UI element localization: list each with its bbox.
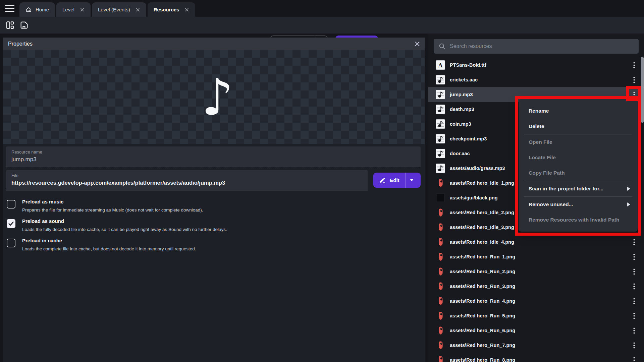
resource-name: assets/audio/grass.mp3 <box>450 166 505 171</box>
close-icon[interactable] <box>184 7 189 12</box>
row-menu-dots-icon[interactable] <box>629 296 639 306</box>
menu-item-label: Locate File <box>529 155 556 161</box>
row-menu-dots-icon[interactable] <box>629 90 639 99</box>
row-menu-dots-icon[interactable] <box>629 341 639 350</box>
resource-name: assets\Red hero_Run_3.png <box>450 284 515 289</box>
menu-item-rename[interactable]: Rename <box>519 103 638 119</box>
menu-item-label: Delete <box>529 123 544 129</box>
resource-preview-area: ♪ <box>3 50 425 144</box>
tab-level[interactable]: Level <box>56 2 91 17</box>
save-icon[interactable] <box>19 20 29 30</box>
menu-item-open-file: Open File <box>519 134 638 150</box>
row-menu-dots-icon[interactable] <box>629 282 639 291</box>
audio-file-icon <box>436 149 445 158</box>
resource-row[interactable]: crickets.aac <box>428 72 644 87</box>
red-hero-icon <box>436 355 445 362</box>
properties-title: Properties <box>8 41 33 47</box>
file-label: File <box>11 173 362 178</box>
menu-item-label: Rename <box>529 108 549 114</box>
tab-level-events-[interactable]: Level (Events) <box>92 2 146 17</box>
preload-option: Preload as soundLoads the fully decoded … <box>7 218 376 232</box>
search-input[interactable] <box>450 43 634 49</box>
red-hero-icon <box>436 296 445 306</box>
resource-name: jump.mp3 <box>450 92 473 97</box>
row-menu-dots-icon[interactable] <box>629 252 639 261</box>
row-menu-dots-icon[interactable] <box>629 237 639 247</box>
resource-name: assets\Red hero_Run_6.png <box>450 328 515 333</box>
tab-label: Level <box>62 7 74 12</box>
red-hero-icon <box>436 267 445 276</box>
checkbox-label: Preload as sound <box>22 218 227 225</box>
preload-option: Preload in cacheLoads the complete file … <box>7 237 376 252</box>
resource-name-label: Resource name <box>11 149 415 155</box>
red-hero-icon <box>436 326 445 335</box>
row-menu-dots-icon[interactable] <box>629 75 639 84</box>
home-icon <box>25 6 32 13</box>
checkbox-unchecked[interactable] <box>7 200 15 208</box>
resource-row[interactable]: assets\Red hero_Run_7.png <box>428 338 644 353</box>
resource-row[interactable]: assets\Red hero_Run_3.png <box>428 279 644 294</box>
resource-row[interactable]: assets\Red hero_Run_6.png <box>428 323 644 338</box>
audio-file-icon <box>436 134 445 143</box>
edit-button-label: Edit <box>390 177 399 183</box>
row-menu-dots-icon[interactable] <box>629 355 639 362</box>
menu-item-scan-in-the-project-folder-for[interactable]: Scan in the project folder for... <box>519 181 638 196</box>
resource-name: assets\Red hero_Run_1.png <box>450 254 515 259</box>
close-icon[interactable] <box>136 7 140 12</box>
checkbox-label: Preload in cache <box>22 237 196 244</box>
resource-row[interactable]: assets\Red hero_Run_8.png <box>428 353 644 362</box>
scrollbar-thumb[interactable] <box>641 57 644 123</box>
close-icon[interactable] <box>80 7 85 12</box>
red-hero-icon <box>436 341 445 350</box>
svg-text:A: A <box>438 62 443 69</box>
resource-row[interactable]: assets\Red hero_Run_5.png <box>428 308 644 323</box>
resource-name: PTSans-Bold.ttf <box>450 62 486 68</box>
resource-name: assets\Red hero_Run_7.png <box>450 343 515 348</box>
resource-name: assets\Red hero_Idle_4.png <box>450 239 514 245</box>
resource-row[interactable]: assets\Red hero_Run_4.png <box>428 294 644 308</box>
resource-name: checkpoint.mp3 <box>450 136 487 141</box>
tab-home[interactable]: Home <box>19 2 55 17</box>
row-menu-dots-icon[interactable] <box>629 60 639 70</box>
row-menu-dots-icon[interactable] <box>629 311 639 320</box>
tab-label: Resources <box>154 7 179 12</box>
chevron-down-icon <box>410 179 414 181</box>
font-file-icon: A <box>436 60 445 70</box>
submenu-arrow-icon <box>627 187 630 191</box>
edit-options-button[interactable] <box>406 173 418 188</box>
menu-item-label: Open File <box>529 139 552 145</box>
tab-resources[interactable]: Resources <box>148 2 196 17</box>
menu-item-remove-unused[interactable]: Remove unused... <box>519 197 638 212</box>
edit-file-button[interactable]: Edit <box>373 173 405 188</box>
tab-label: Home <box>36 7 49 12</box>
resource-name: assets\Red hero_Idle_1.png <box>450 180 514 186</box>
resource-name: coin.mp3 <box>450 121 471 127</box>
red-hero-icon <box>436 252 445 261</box>
resource-name: assets\Red hero_Run_8.png <box>450 357 515 362</box>
red-hero-icon <box>436 237 445 247</box>
file-field[interactable]: File https://resources.gdevelop-app.com/… <box>6 170 368 190</box>
close-icon[interactable] <box>414 41 421 47</box>
resource-name-field[interactable]: Resource name jump.mp3 <box>6 146 421 167</box>
audio-file-icon <box>436 105 445 114</box>
layout-panels-icon[interactable] <box>5 20 15 30</box>
checkbox-unchecked[interactable] <box>7 239 15 247</box>
checkbox-checked[interactable] <box>7 219 15 228</box>
main-menu-icon[interactable] <box>5 4 15 12</box>
menu-item-label: Copy File Path <box>529 170 565 176</box>
file-row: File https://resources.gdevelop-app.com/… <box>6 170 421 190</box>
resource-row[interactable]: assets\Red hero_Run_1.png <box>428 249 644 264</box>
row-menu-dots-icon[interactable] <box>629 326 639 335</box>
resource-name: door.aac <box>450 151 470 156</box>
row-menu-dots-icon[interactable] <box>629 267 639 276</box>
resource-row[interactable]: APTSans-Bold.ttf <box>428 58 644 72</box>
checkbox-description: Loads the complete file into cache, but … <box>22 246 196 252</box>
checkbox-label: Preload as music <box>22 198 203 205</box>
audio-file-icon <box>436 75 445 84</box>
resource-row[interactable]: assets\Red hero_Run_2.png <box>428 264 644 279</box>
search-icon <box>438 43 446 50</box>
tab-label: Level (Events) <box>98 7 130 12</box>
resource-row[interactable]: assets\Red hero_Idle_4.png <box>428 235 644 249</box>
menu-item-delete[interactable]: Delete <box>519 119 638 134</box>
resource-name: death.mp3 <box>450 107 474 112</box>
